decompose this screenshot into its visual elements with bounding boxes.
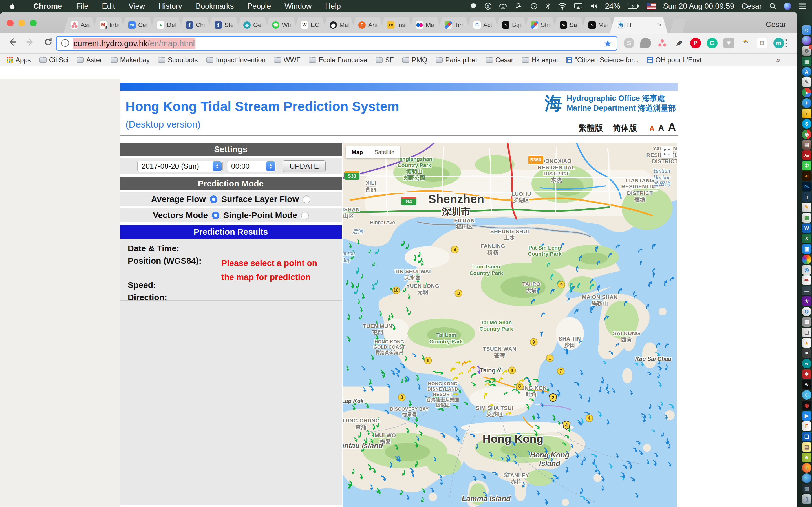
bookmarks-overflow-chevron[interactable]: »	[776, 55, 780, 64]
menu-item-edit[interactable]: Edit	[95, 2, 122, 11]
tab-tim[interactable]: Tim	[437, 17, 470, 33]
bookmark-folder-wwf[interactable]: WWF	[274, 56, 301, 64]
dock-word[interactable]: W	[802, 223, 811, 233]
station-marker-9[interactable]: 9	[451, 245, 459, 253]
dock-calculator[interactable]: =	[802, 348, 811, 358]
dock-window-app[interactable]: ▢	[802, 328, 811, 337]
lang-simplified-link[interactable]: 简体版	[613, 122, 637, 134]
date-select[interactable]: 2017-08-20 (Sun) ▲▼	[137, 161, 223, 172]
time-select[interactable]: 00:00 ▲▼	[227, 161, 276, 172]
dashlane-icon[interactable]: d	[485, 3, 492, 10]
station-marker-10[interactable]: 10	[392, 286, 400, 294]
tab-mak[interactable]: Mak	[322, 17, 356, 33]
funnel-extension-icon[interactable]	[723, 38, 734, 48]
address-bar[interactable]: ⓘ current.hydro.gov.hk/en/map.html ★	[56, 36, 617, 51]
bookmark-folder-pmq[interactable]: PMQ	[402, 56, 427, 64]
station-marker-1[interactable]: 1	[546, 355, 553, 362]
zoom-window-button[interactable]	[30, 20, 37, 26]
tab-deli[interactable]: Deli	[150, 17, 183, 33]
dock-sketch-pencils[interactable]: ✏	[802, 276, 811, 285]
tab-asa[interactable]: Asa	[63, 17, 97, 33]
bookmark-link[interactable]: "Citizen Science for...	[566, 56, 639, 64]
tab-inbo[interactable]: 5Inbo	[92, 17, 125, 33]
wifi-icon[interactable]	[558, 3, 567, 10]
dock-skype[interactable]: S	[802, 119, 811, 129]
bookmark-folder-aster[interactable]: Aster	[77, 56, 102, 64]
dock-blue-box[interactable]: ❏	[802, 432, 811, 441]
menu-item-bookmarks[interactable]: Bookmarks	[189, 2, 241, 11]
dock-fusion-360[interactable]: F	[802, 421, 811, 431]
loom-extension-icon[interactable]	[757, 38, 767, 48]
tab-getl[interactable]: GetL	[236, 17, 269, 33]
satellite-button[interactable]: Satellite	[368, 146, 400, 158]
dock-app-store[interactable]: A	[802, 67, 811, 76]
tab-step[interactable]: Step	[207, 17, 241, 33]
menu-item-people[interactable]: People	[241, 2, 278, 11]
lang-traditional-link[interactable]: 繁體版	[578, 122, 603, 134]
dock-android[interactable]: ☻	[802, 453, 811, 462]
close-window-button[interactable]	[7, 20, 13, 26]
dock-photo-stack[interactable]: ❖	[802, 369, 811, 379]
minimize-window-button[interactable]	[18, 20, 25, 26]
skype-extension-icon[interactable]	[624, 38, 635, 48]
grammarly-extension-icon[interactable]	[707, 38, 718, 48]
dock-hardware-chip[interactable]: ▦	[802, 57, 811, 66]
average-flow-radio[interactable]	[210, 195, 217, 203]
picker-extension-icon[interactable]	[673, 38, 684, 48]
dock-chrome[interactable]: ●	[802, 88, 811, 98]
dock-firefox[interactable]: ○	[802, 463, 811, 473]
reload-button[interactable]	[43, 37, 53, 48]
font-size-large-button[interactable]: A	[668, 121, 676, 133]
station-marker-3[interactable]: 3	[455, 290, 462, 297]
chat-bubble-icon[interactable]	[470, 3, 477, 10]
bookmark-folder-citisci[interactable]: CitiSci	[40, 56, 68, 64]
station-marker-3[interactable]: 3	[508, 367, 516, 374]
dock-messages[interactable]: ✆	[802, 161, 811, 170]
bookmark-folder-hk-expat[interactable]: Hk expat	[522, 56, 558, 64]
tidal-stream-map[interactable]: Map Satellite Shenzhen深圳市XILI西丽DONGXIAOR…	[343, 143, 677, 507]
dock-keynote[interactable]: ▣	[802, 244, 811, 254]
menu-item-view[interactable]: View	[122, 2, 152, 11]
dock-notes[interactable]: ▤	[802, 140, 811, 150]
dock-clapper[interactable]: ▬	[802, 286, 811, 295]
bluetooth-icon[interactable]	[545, 2, 550, 10]
update-button[interactable]: UPDATE	[283, 160, 326, 172]
bookmark-star-icon[interactable]: ★	[604, 38, 612, 49]
siri-icon[interactable]	[784, 3, 791, 10]
dock-keynote-edit[interactable]: ✎	[802, 203, 811, 212]
dock-facetime[interactable]: ▶	[802, 411, 811, 420]
dock-quicktime[interactable]: Q	[802, 307, 811, 316]
menu-item-help[interactable]: Help	[318, 2, 348, 11]
tab-h[interactable]: H×	[610, 17, 668, 33]
station-marker-7[interactable]: 7	[557, 367, 564, 375]
new-tab-button[interactable]	[670, 18, 686, 33]
tab-instr[interactable]: Instr	[380, 17, 413, 33]
dock-numbers[interactable]: ▦	[802, 213, 811, 223]
menu-item-file[interactable]: File	[69, 2, 95, 11]
menu-item-window[interactable]: Window	[278, 2, 318, 11]
dock-adobe-typekit[interactable]: Aa	[802, 151, 811, 160]
font-size-small-button[interactable]: A	[650, 125, 654, 132]
pinterest-extension-icon[interactable]	[690, 38, 701, 48]
bookmark-folder-paris-pihet[interactable]: Paris pihet	[436, 56, 477, 64]
us-flag-icon[interactable]	[647, 3, 656, 9]
dock-google-earth[interactable]	[802, 473, 811, 483]
dock-system-preferences[interactable]: ⚙1	[802, 46, 811, 56]
dock-photoshop[interactable]: Ps	[802, 182, 811, 191]
map-button[interactable]: Map	[346, 146, 368, 158]
chat-extension-icon[interactable]	[640, 38, 651, 48]
tab-safe[interactable]: Safe	[552, 17, 586, 33]
bookmark-folder-scoutbots[interactable]: Scoutbots	[158, 56, 198, 64]
bookmark-apps[interactable]: Apps	[7, 56, 31, 64]
tab-and[interactable]: And	[351, 17, 384, 33]
tab-wha[interactable]: Wha	[265, 17, 298, 33]
battery-icon[interactable]	[627, 3, 640, 9]
displays-icon[interactable]	[514, 2, 523, 10]
url-text[interactable]: current.hydro.gov.hk/en/map.html	[73, 38, 195, 49]
fullscreen-button[interactable]	[661, 146, 673, 158]
boomerang-extension-icon[interactable]	[740, 38, 751, 48]
tab-shin[interactable]: Shin	[523, 17, 557, 33]
creative-cloud-icon[interactable]	[499, 3, 507, 10]
dock-siri[interactable]	[802, 36, 811, 45]
dock-illustrator[interactable]: Ai	[802, 171, 811, 181]
